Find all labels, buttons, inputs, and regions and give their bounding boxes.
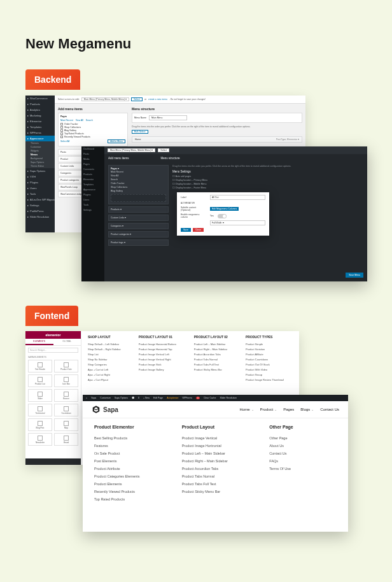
nav-link[interactable]: Contact Us [320, 408, 339, 411]
checkbox-icon[interactable] [60, 126, 63, 129]
mega-link[interactable]: Ajax + Cart at Left [88, 367, 121, 372]
sidebar-item[interactable]: ▸Templates [25, 124, 55, 130]
page-checkbox-row[interactable]: Top Rated Products [60, 132, 125, 135]
sidebar-item[interactable]: ▸Appearance [25, 136, 55, 141]
mega-link[interactable]: Shop List [88, 351, 121, 357]
mega-link[interactable]: Product Image Gallery [139, 367, 176, 372]
mega-link[interactable]: Product Image Horizontal Top [139, 346, 176, 351]
menu-select[interactable]: Main Menu (Primary Menu, Mobile Menu) ▾ [81, 97, 129, 101]
mega-link[interactable]: Product Image Vertical [182, 434, 249, 442]
adminbar-autoptimize[interactable]: Autoptimize [167, 397, 178, 399]
elementor-widget[interactable]: Testimonial [28, 404, 52, 416]
mega-link[interactable]: Shop Default – Left Sidebar [88, 341, 121, 346]
mega-link[interactable]: Recently Viewed Products [94, 488, 162, 495]
mega-link[interactable]: Product Image Review Thumbnail [246, 377, 284, 382]
mega-link[interactable]: Product Sticky Menu Bar [194, 367, 228, 372]
mega-link[interactable]: Product Accordion Tabs [182, 465, 249, 472]
mega-link[interactable]: Ajax + Cart Flyout [88, 377, 121, 382]
nav-link[interactable]: Blogs⌄ [300, 408, 314, 411]
modal-close-button[interactable]: Close [193, 228, 204, 232]
create-menu-link[interactable]: create a new menu [148, 98, 167, 101]
elementor-widget[interactable]: Newsletter [28, 433, 52, 446]
mega-link[interactable]: FAQs [269, 457, 337, 465]
accordion-item[interactable]: Product tags ▾ [108, 239, 169, 246]
accordion-item[interactable]: Product categories ▾ [108, 231, 169, 238]
sidebar-item[interactable]: Dashboard [81, 146, 104, 152]
mega-link[interactable]: Product Left – Main Sidebar [194, 341, 228, 346]
select-all-link[interactable]: Select All [60, 140, 69, 143]
enable-megamenu-toggle[interactable] [218, 214, 227, 218]
mega-link[interactable]: Product Left – Main Sidebar [182, 450, 249, 457]
tab-recent[interactable]: Most Recent [60, 119, 73, 122]
sidebar-item[interactable]: ▸Elementor [25, 118, 55, 124]
sidebar-item[interactable]: Comments [81, 167, 104, 172]
mega-link[interactable]: Product With Video [246, 367, 284, 372]
adminbar-site[interactable]: Sapa [91, 397, 96, 399]
sidebar-item[interactable]: ▸All-in-One WP Migration [25, 197, 55, 202]
sidebar-item[interactable]: ▸Sapa Options [25, 168, 55, 174]
mega-link[interactable]: Product Right – Main Sidebar [194, 346, 228, 351]
modal-width-select[interactable]: Full Width ▾ [210, 220, 265, 225]
sidebar-item[interactable]: Plugins [81, 192, 104, 197]
page-checkbox-row[interactable]: Order Tracker [60, 123, 125, 125]
mega-link[interactable]: About Us [269, 442, 337, 450]
checkbox-icon[interactable] [60, 123, 63, 125]
dark-menu-select[interactable]: Main Menu (Primary Menu, Mobile Menu) ▾ [108, 148, 155, 152]
elementor-search-input[interactable]: Search Widget… [28, 348, 78, 353]
nav-link[interactable]: Home⌄ [240, 408, 254, 411]
mega-link[interactable]: Product Simple [246, 341, 284, 346]
select-button[interactable]: Select [131, 97, 143, 101]
adminbar-slider[interactable]: Slider Revolution [220, 397, 237, 399]
checkbox-icon[interactable] [60, 136, 63, 138]
add-to-menu-button[interactable]: Add to Menu [108, 139, 125, 143]
elementor-widget[interactable]: Countdown [54, 404, 78, 416]
settings-item[interactable]: ☐ Display location – Footer Menu [172, 186, 363, 190]
adminbar-home-icon[interactable]: ⌂ [86, 397, 87, 399]
nav-link[interactable]: Product⌄ [260, 408, 277, 411]
checkbox-icon[interactable] [60, 132, 63, 135]
accordion-item[interactable]: Custom Links ▾ [108, 215, 169, 221]
sidebar-item[interactable]: Templates [81, 182, 104, 187]
mega-link[interactable]: Terms Of Use [269, 465, 337, 472]
sidebar-item[interactable]: ▸WPForms [25, 130, 55, 136]
elementor-widget[interactable]: Slider [28, 389, 52, 402]
mega-link[interactable]: Product Affiliate [246, 351, 284, 357]
save-menu-button[interactable]: Save Menu [346, 273, 363, 278]
mega-link[interactable]: Product Tabs Normal [182, 472, 249, 480]
sidebar-item[interactable]: Appearance [81, 187, 104, 192]
mega-link[interactable]: Product Countdown [246, 357, 284, 362]
accordion-row[interactable]: Blog Gallery [111, 189, 166, 193]
mega-link[interactable]: Product Variation [246, 346, 284, 351]
mega-link[interactable]: Shop No Sidebar [88, 357, 121, 362]
elementor-widget[interactable]: Product Cate [54, 360, 78, 373]
elementor-widget[interactable]: Icon Box [54, 374, 78, 387]
accordion-item[interactable]: Products ▾ [108, 206, 169, 213]
mega-link[interactable]: Product Group [246, 372, 284, 377]
mega-link[interactable]: Other Page [269, 434, 337, 442]
mega-link[interactable]: Shop Categories [88, 362, 121, 367]
sidebar-item[interactable]: Media [81, 157, 104, 162]
sidebar-item[interactable]: ▸ProfilePress [25, 208, 55, 214]
adminbar-clearcache[interactable]: Clear Cache [204, 397, 216, 399]
elementor-widget[interactable]: Blog Post [28, 418, 52, 431]
pages-accordion[interactable]: Pages Most Recent View All Search Order … [58, 113, 128, 146]
sidebar-item[interactable]: ▸Analytics [25, 107, 55, 113]
mega-link[interactable]: Product Image Vertical Right [139, 357, 176, 362]
mega-link[interactable]: Shop Default – Right Sidebar [88, 346, 121, 351]
mega-link[interactable]: Product Tabs Full Text [182, 480, 249, 488]
checkbox-icon[interactable] [60, 129, 63, 132]
mega-link[interactable]: Features [94, 442, 162, 450]
sidebar-item[interactable]: ▸WooCommerce [25, 96, 55, 101]
sidebar-item[interactable]: ▸Products [25, 101, 55, 107]
sidebar-item[interactable]: Tools [81, 202, 104, 208]
elementor-widget[interactable]: Brand [54, 433, 78, 446]
modal-label-input[interactable]: All Out [210, 195, 265, 200]
mega-link[interactable]: Product Image Stick [139, 362, 176, 367]
mega-link[interactable]: Product Image Horizontal Bottom [139, 341, 176, 346]
mega-link[interactable]: Product Sticky Menu Bar [182, 488, 249, 495]
sidebar-item[interactable]: Elementor [81, 177, 104, 182]
site-logo[interactable]: Sapa [92, 405, 118, 414]
mega-link[interactable]: Top Rated Products [94, 495, 162, 503]
page-checkbox-row[interactable]: Blog Gallery [60, 129, 125, 132]
mega-link[interactable]: Product Image Vertical Left [139, 351, 176, 357]
